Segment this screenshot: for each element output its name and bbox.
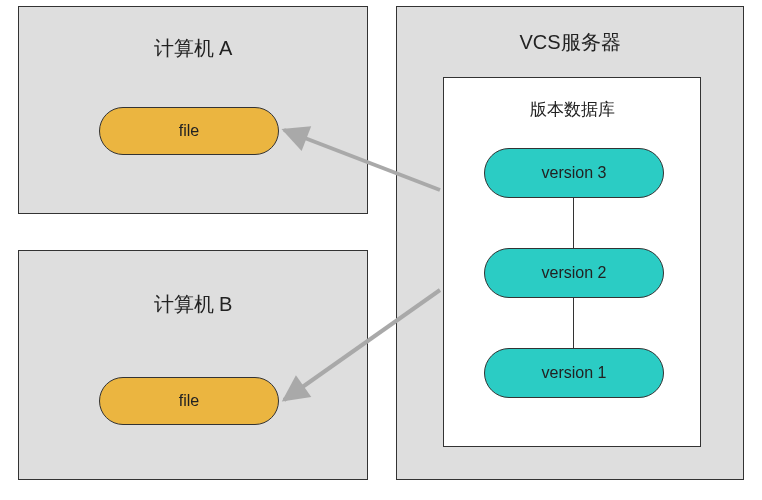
vcs-server-title: VCS服务器 [397, 29, 743, 56]
vcs-server-panel: VCS服务器 版本数据库 version 3 version 2 version… [396, 6, 744, 480]
edge-v3-v2 [573, 198, 574, 248]
computer-a-title: 计算机 A [19, 35, 367, 62]
version-3-node: version 3 [484, 148, 664, 198]
version-db-box: 版本数据库 version 3 version 2 version 1 [443, 77, 701, 447]
computer-a-file-label: file [179, 122, 199, 140]
computer-b-title: 计算机 B [19, 291, 367, 318]
version-2-label: version 2 [542, 264, 607, 282]
computer-a-file-node: file [99, 107, 279, 155]
edge-v2-v1 [573, 298, 574, 348]
computer-a-panel: 计算机 A file [18, 6, 368, 214]
version-3-label: version 3 [542, 164, 607, 182]
computer-b-file-node: file [99, 377, 279, 425]
version-2-node: version 2 [484, 248, 664, 298]
computer-b-panel: 计算机 B file [18, 250, 368, 480]
version-db-title: 版本数据库 [444, 98, 700, 121]
computer-b-file-label: file [179, 392, 199, 410]
version-1-node: version 1 [484, 348, 664, 398]
version-1-label: version 1 [542, 364, 607, 382]
